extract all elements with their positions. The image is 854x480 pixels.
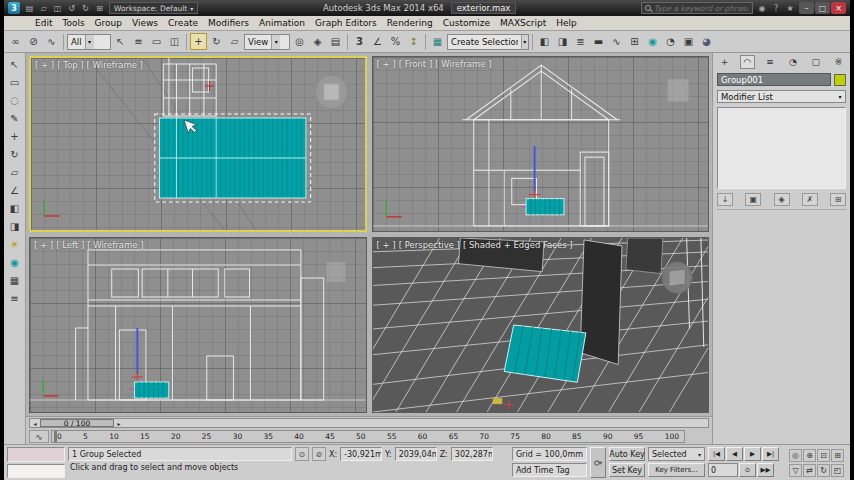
redo-icon[interactable]: ↻	[79, 2, 92, 15]
move-tool-icon[interactable]: +	[7, 129, 23, 144]
help-icon[interactable]: ?	[770, 4, 782, 13]
viewport-pov-menu[interactable]: [ Perspective ]	[399, 240, 460, 250]
display-tab-icon[interactable]: ▢	[808, 55, 823, 69]
select-object-icon[interactable]: ↖	[112, 33, 129, 50]
viewport-shading-menu[interactable]: [ Wireframe ]	[87, 240, 143, 250]
material-editor-icon[interactable]: ◉	[644, 33, 661, 50]
layer-manager-icon[interactable]: ≣	[572, 33, 589, 50]
previous-frame-arrow[interactable]: ◂	[30, 419, 40, 427]
menu-item[interactable]: Modifiers	[203, 18, 254, 28]
selection-lock-toggle[interactable]: ⊘	[312, 447, 326, 461]
percent-snap-icon[interactable]: %	[387, 33, 404, 50]
left-viewport-canvas[interactable]	[30, 238, 366, 412]
mini-curve-editor-button[interactable]: ∿	[29, 430, 49, 443]
isolate-selection-toggle[interactable]: ⊙	[295, 447, 309, 461]
viewport-pov-menu[interactable]: [ Top ]	[57, 60, 83, 70]
rendered-frame-icon[interactable]: ▣	[680, 33, 697, 50]
key-filters-button[interactable]: Key Filters...	[648, 463, 705, 477]
set-key-button[interactable]: Set Key	[609, 463, 645, 477]
viewport-general-menu[interactable]: [ + ]	[377, 59, 396, 69]
y-coordinate-field[interactable]: 2039,04mm	[395, 447, 437, 461]
z-coordinate-field[interactable]: 302,287mm	[451, 447, 493, 461]
auto-key-button[interactable]: Auto Key	[609, 447, 645, 461]
render-production-icon[interactable]: ◕	[698, 33, 715, 50]
menu-item[interactable]: MAXScript	[495, 18, 551, 28]
maximize-viewport-toggle-icon[interactable]: ◰	[831, 464, 844, 477]
time-slider-track[interactable]: ◂ 0 / 100 ▸	[29, 418, 709, 428]
ribbon-toggle-icon[interactable]: ▬	[590, 33, 607, 50]
go-to-start-button[interactable]: |◀	[708, 447, 725, 461]
pan-icon[interactable]: ⇄	[803, 464, 816, 477]
menu-item[interactable]: Edit	[30, 18, 57, 28]
zoom-icon[interactable]: ◎	[789, 449, 802, 462]
perspective-viewport-canvas[interactable]	[373, 238, 709, 412]
show-end-result-icon[interactable]: ▣	[745, 193, 761, 206]
listener-script-line[interactable]	[7, 464, 65, 479]
menu-item[interactable]: Create	[163, 18, 203, 28]
align-icon[interactable]: ◨	[554, 33, 571, 50]
save-file-icon[interactable]: ◫	[51, 2, 64, 15]
next-frame-arrow[interactable]: ▸	[114, 419, 124, 427]
menu-item[interactable]: Customize	[438, 18, 495, 28]
viewport-shading-menu[interactable]: [ Wireframe ]	[87, 60, 143, 70]
trackbar-ruler[interactable]: 0510152025303540455055606570758085909510…	[51, 430, 685, 443]
play-button[interactable]: ▶	[744, 447, 761, 461]
viewport-shading-menu[interactable]: [ Shaded + Edged Faces ]	[463, 240, 573, 250]
modifier-list-dropdown[interactable]: Modifier List ▾	[717, 90, 846, 103]
keyboard-override-icon[interactable]: ▤	[327, 33, 344, 50]
edit-named-sets-icon[interactable]: ▦	[429, 33, 446, 50]
modifier-stack[interactable]	[717, 107, 846, 189]
unlink-selection-icon[interactable]: ⊘	[25, 33, 42, 50]
close-button[interactable]: ×	[831, 2, 846, 14]
selection-region-icon[interactable]: ▭	[148, 33, 165, 50]
window-crossing-icon[interactable]: ◫	[166, 33, 183, 50]
sign-in-icon[interactable]: ◉	[756, 4, 768, 13]
add-time-tag[interactable]: Add Time Tag	[512, 463, 587, 477]
viewport-top[interactable]: [ + ] [ Top ] [ Wireframe ]	[29, 56, 367, 232]
select-and-rotate-icon[interactable]: ↻	[208, 33, 225, 50]
light-tool-icon[interactable]: ☀	[7, 237, 23, 252]
object-color-swatch[interactable]	[834, 74, 846, 86]
hierarchy-tab-icon[interactable]: ≡	[763, 55, 778, 69]
zoom-extents-icon[interactable]: ⊡	[817, 449, 830, 462]
mirror-icon[interactable]: ◧	[536, 33, 553, 50]
create-tab-icon[interactable]: +	[717, 55, 732, 69]
viewport-perspective[interactable]: [ + ] [ Perspective ] [ Shaded + Edged F…	[372, 237, 710, 413]
menu-item[interactable]: Help	[551, 18, 582, 28]
key-mode-dropdown[interactable]: Selected▾	[648, 447, 705, 461]
zoom-extents-all-icon[interactable]: ⊞	[831, 449, 844, 462]
reference-coordinate-dropdown[interactable]: View▾	[244, 34, 290, 50]
viewport-general-menu[interactable]: [ + ]	[34, 240, 53, 250]
pin-stack-icon[interactable]: ↓	[717, 193, 733, 206]
align-tool-icon[interactable]: ◨	[7, 219, 23, 234]
use-pivot-center-icon[interactable]: ◎	[291, 33, 308, 50]
previous-frame-button[interactable]: ◀	[726, 447, 743, 461]
viewport-pov-menu[interactable]: [ Left ]	[56, 240, 84, 250]
select-and-manipulate-icon[interactable]: ◈	[309, 33, 326, 50]
community-icon[interactable]: ★	[784, 4, 796, 13]
configure-modifier-sets-icon[interactable]: ⊞	[830, 193, 846, 206]
key-mode-toggle[interactable]: ⊙	[739, 463, 756, 477]
paint-select-tool-icon[interactable]: ✎	[7, 111, 23, 126]
undo-icon[interactable]: ↺	[65, 2, 78, 15]
modify-tab-icon[interactable]: ◠	[740, 55, 755, 69]
next-frame-button[interactable]: ▶▶	[757, 463, 774, 477]
gr-tool-icon[interactable]: ▦	[7, 273, 23, 288]
go-to-end-button[interactable]: ▶|	[762, 447, 779, 461]
viewcube[interactable]	[315, 75, 347, 109]
field-of-view-icon[interactable]: ▽	[789, 464, 802, 477]
spinner-snap-icon[interactable]: ↕	[405, 33, 422, 50]
angle-snap-icon[interactable]: ∠	[369, 33, 386, 50]
mirror-tool-icon[interactable]: ◧	[7, 201, 23, 216]
utilities-tab-icon[interactable]: ※	[831, 55, 846, 69]
app-logo-icon[interactable]: 3	[8, 2, 20, 14]
viewport-pov-menu[interactable]: [ Front ]	[399, 59, 433, 69]
search-input[interactable]	[654, 4, 748, 13]
rotate-tool-icon[interactable]: ↻	[7, 147, 23, 162]
menu-item[interactable]: Animation	[254, 18, 310, 28]
select-and-move-icon[interactable]: +	[190, 33, 207, 50]
time-slider-handle[interactable]: 0 / 100	[40, 419, 114, 427]
menu-item[interactable]: Rendering	[382, 18, 438, 28]
infocenter-search[interactable]	[641, 2, 753, 14]
named-selection-sets-dropdown[interactable]: Create Selection Se▾	[447, 34, 529, 50]
